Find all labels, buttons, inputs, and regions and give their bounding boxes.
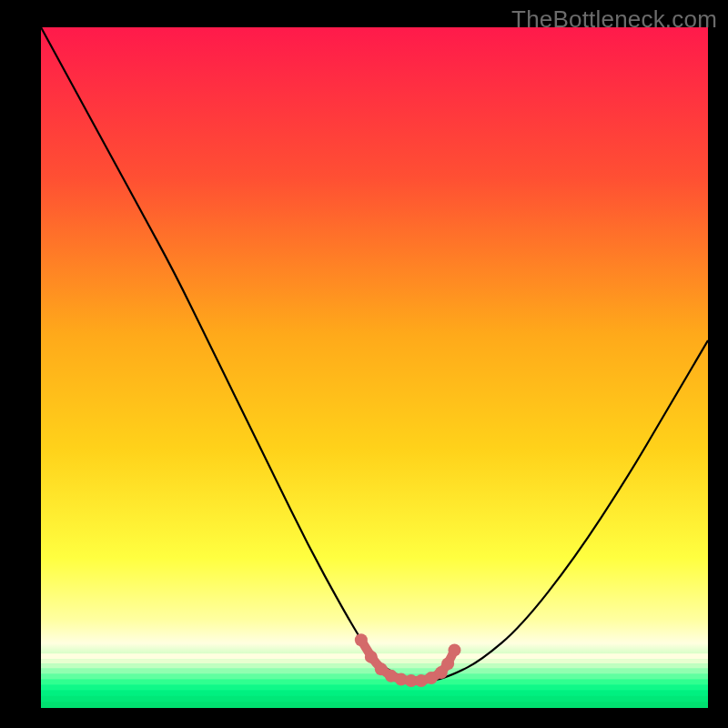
heatmap-background — [41, 27, 708, 708]
svg-rect-7 — [41, 685, 708, 691]
svg-point-21 — [448, 643, 460, 656]
svg-rect-4 — [41, 669, 708, 674]
svg-rect-5 — [41, 674, 708, 680]
svg-point-20 — [441, 657, 454, 670]
svg-rect-10 — [41, 702, 708, 708]
svg-rect-9 — [41, 696, 708, 703]
svg-point-12 — [365, 651, 378, 663]
svg-point-11 — [355, 633, 368, 646]
svg-rect-6 — [41, 680, 708, 685]
chart-frame: TheBottleneck.com — [0, 0, 728, 728]
svg-rect-8 — [41, 691, 708, 696]
bottleneck-chart — [0, 0, 728, 728]
